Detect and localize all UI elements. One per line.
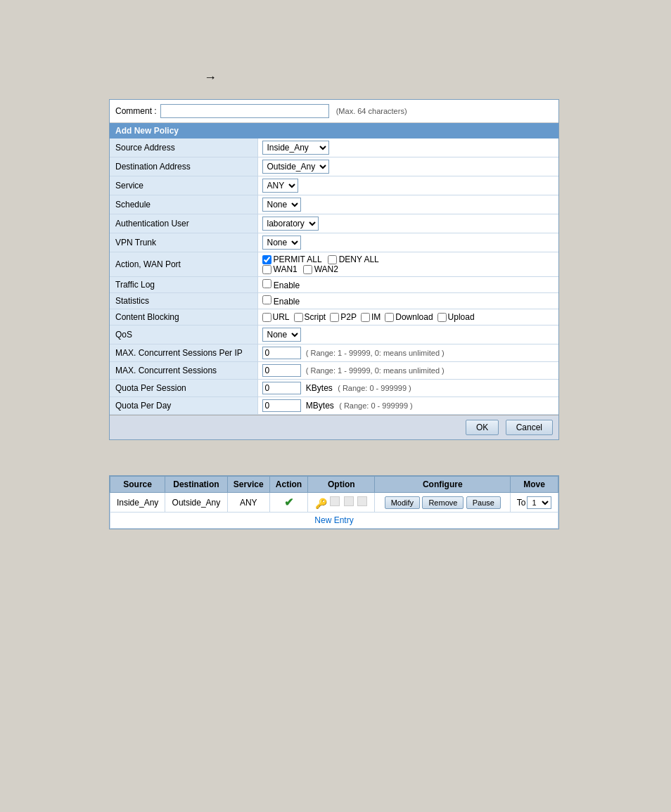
source-address-label: Source Address — [110, 138, 257, 157]
arrow-icon: → — [0, 0, 671, 99]
im-checkbox[interactable] — [361, 313, 370, 322]
deny-all-label[interactable]: DENY ALL — [328, 254, 379, 264]
traffic-log-row: Traffic Log Enable — [110, 277, 558, 293]
quota-day-value: MBytes ( Range: 0 - 999999 ) — [257, 397, 558, 415]
col-action: Action — [269, 477, 307, 493]
modify-button[interactable]: Modify — [385, 496, 420, 509]
new-entry-link[interactable]: New Entry — [314, 515, 353, 525]
im-label[interactable]: IM — [361, 312, 381, 322]
content-blocking-options: URL Script P2P IM — [262, 312, 555, 322]
destination-address-label: Destination Address — [110, 157, 257, 176]
qos-select[interactable]: None — [262, 328, 301, 342]
qos-row: QoS None — [110, 326, 558, 344]
max-sessions-ip-hint: ( Range: 1 - 99999, 0: means unlimited ) — [306, 349, 445, 357]
script-checkbox[interactable] — [294, 313, 303, 322]
traffic-log-enable-label[interactable]: Enable — [262, 281, 300, 290]
row-option: 🔑 — [308, 493, 375, 513]
move-to-label: To — [517, 498, 526, 508]
col-move: Move — [511, 477, 558, 493]
statistics-enable-label[interactable]: Enable — [262, 297, 300, 307]
move-select[interactable]: 1 — [527, 496, 551, 509]
auth-user-row: Authentication User laboratory None — [110, 214, 558, 233]
comment-input[interactable] — [160, 104, 329, 118]
destination-address-select[interactable]: Outside_Any Inside_Any ANY — [262, 160, 329, 174]
pause-button[interactable]: Pause — [466, 496, 501, 509]
cancel-button[interactable]: Cancel — [506, 420, 553, 435]
upload-label[interactable]: Upload — [437, 312, 475, 322]
auth-user-value: laboratory None — [257, 214, 558, 233]
wan1-label[interactable]: WAN1 — [262, 264, 298, 274]
wan2-label[interactable]: WAN2 — [303, 264, 338, 274]
quota-day-input[interactable] — [262, 399, 301, 412]
quota-session-input[interactable] — [262, 382, 301, 394]
schedule-row: Schedule None — [110, 195, 558, 214]
source-address-select[interactable]: Inside_Any Outside_Any ANY — [262, 141, 329, 155]
url-label[interactable]: URL — [262, 312, 290, 322]
service-row: Service ANY — [110, 176, 558, 195]
action-line-2: WAN1 WAN2 — [262, 264, 555, 274]
quota-session-label: Quota Per Session — [110, 380, 257, 397]
auth-user-select[interactable]: laboratory None — [262, 217, 319, 231]
form-table: Source Address Inside_Any Outside_Any AN… — [110, 138, 558, 415]
qos-value: None — [257, 326, 558, 344]
vpn-trunk-label: VPN Trunk — [110, 233, 257, 252]
statistics-row: Statistics Enable — [110, 293, 558, 309]
new-entry-cell: New Entry — [110, 513, 558, 529]
download-checkbox[interactable] — [385, 313, 394, 322]
policy-panel: Source Destination Service Action Option… — [109, 475, 559, 529]
deny-all-text: DENY ALL — [339, 254, 379, 264]
service-label: Service — [110, 176, 257, 195]
p2p-checkbox[interactable] — [330, 313, 339, 322]
deny-all-checkbox[interactable] — [328, 255, 337, 264]
upload-checkbox[interactable] — [437, 313, 447, 322]
schedule-value: None — [257, 195, 558, 214]
col-configure: Configure — [375, 477, 511, 493]
quota-day-row: Quota Per Day MBytes ( Range: 0 - 999999… — [110, 397, 558, 415]
policy-table-header-row: Source Destination Service Action Option… — [110, 477, 558, 493]
quota-day-unit: MBytes — [306, 401, 334, 411]
col-option: Option — [308, 477, 375, 493]
auth-user-label: Authentication User — [110, 214, 257, 233]
max-sessions-label: MAX. Concurrent Sessions — [110, 362, 257, 380]
permit-all-label[interactable]: PERMIT ALL — [262, 254, 322, 264]
service-select[interactable]: ANY — [262, 179, 298, 193]
service-value: ANY — [257, 176, 558, 195]
max-sessions-ip-input[interactable] — [262, 347, 301, 359]
schedule-select[interactable]: None — [262, 198, 301, 212]
traffic-log-value: Enable — [257, 277, 558, 293]
script-label[interactable]: Script — [294, 312, 326, 322]
source-address-row: Source Address Inside_Any Outside_Any AN… — [110, 138, 558, 157]
statistics-checkbox[interactable] — [262, 295, 271, 304]
wan1-checkbox[interactable] — [262, 265, 271, 274]
action-checkmark-icon: ✔ — [284, 496, 293, 508]
option-key-icon: 🔑 — [315, 498, 327, 509]
option-blank-1 — [330, 496, 340, 506]
remove-button[interactable]: Remove — [422, 496, 464, 509]
max-sessions-hint: ( Range: 1 - 99999, 0: means unlimited ) — [306, 366, 445, 375]
traffic-log-checkbox[interactable] — [262, 279, 271, 288]
new-entry-row: New Entry — [110, 513, 558, 529]
action-wan-value: PERMIT ALL DENY ALL WAN1 — [257, 252, 558, 277]
im-text: IM — [371, 312, 381, 322]
policy-table: Source Destination Service Action Option… — [110, 476, 558, 529]
download-text: Download — [395, 312, 433, 322]
col-destination: Destination — [165, 477, 227, 493]
comment-row: Comment : (Max. 64 characters) — [110, 100, 558, 123]
permit-all-checkbox[interactable] — [262, 255, 271, 264]
col-service: Service — [227, 477, 269, 493]
max-sessions-input[interactable] — [262, 364, 301, 377]
download-label[interactable]: Download — [385, 312, 433, 322]
row-source: Inside_Any — [110, 493, 165, 513]
url-checkbox[interactable] — [262, 313, 271, 322]
schedule-label: Schedule — [110, 195, 257, 214]
p2p-label[interactable]: P2P — [330, 312, 357, 322]
max-sessions-ip-value: ( Range: 1 - 99999, 0: means unlimited ) — [257, 344, 558, 362]
quota-session-row: Quota Per Session KBytes ( Range: 0 - 99… — [110, 380, 558, 397]
ok-button[interactable]: OK — [466, 420, 499, 435]
vpn-trunk-select[interactable]: None — [262, 236, 301, 250]
quota-session-hint: ( Range: 0 - 999999 ) — [338, 384, 411, 392]
url-text: URL — [273, 312, 290, 322]
wan2-checkbox[interactable] — [303, 265, 312, 274]
col-source: Source — [110, 477, 165, 493]
move-cell: To 1 — [515, 496, 554, 509]
